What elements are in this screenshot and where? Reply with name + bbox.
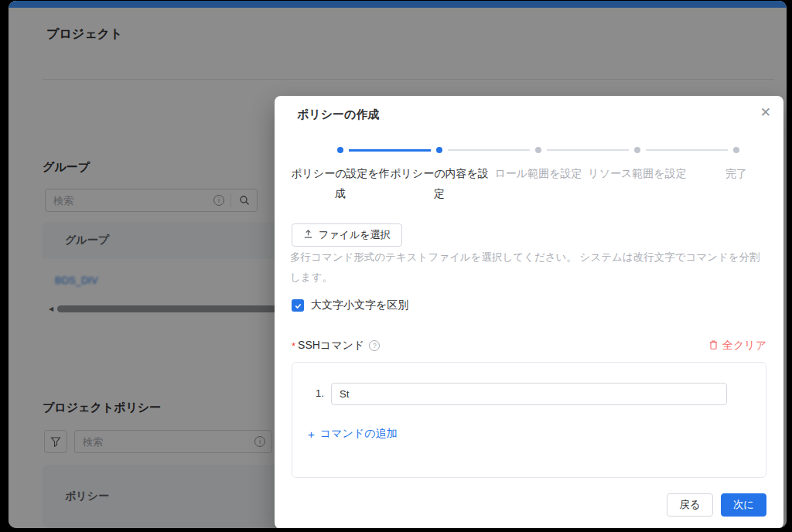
ssh-command-label: SSHコマンド [298,339,364,353]
help-icon: ? [369,340,380,351]
step-dot [436,147,442,153]
back-button[interactable]: 戻る [667,493,712,517]
command-index: 1. [316,387,324,399]
checkbox-checked-icon[interactable] [292,299,304,312]
step-connector [448,149,489,151]
step-label: ポリシーの内容を設定 [390,163,489,203]
modal-footer: 戻る 次に [667,493,766,517]
clear-all-label: 全クリア [722,339,766,353]
trash-icon [708,339,719,353]
add-command-button[interactable]: + コマンドの追加 [308,427,397,441]
add-command-label: コマンドの追加 [320,427,398,441]
step-label: リソース範囲を設定 [588,163,687,183]
step-set-role-scope: ロール範囲を設定 [489,144,588,203]
checkbox-label: 大文字小文字を区別 [311,298,408,312]
select-file-label: ファイルを選択 [319,228,391,242]
step-connector [349,149,390,152]
step-set-resource-scope: リソース範囲を設定 [588,144,687,203]
step-dot [634,147,640,153]
step-label: ロール範囲を設定 [489,163,588,183]
stepper: ポリシーの設定を作成 ポリシーの内容を設定 ロール範囲を設定 リソース範囲を設定… [291,144,786,203]
step-create-policy-settings: ポリシーの設定を作成 [291,144,390,203]
step-label: ポリシーの設定を作成 [291,163,390,203]
case-sensitive-checkbox[interactable]: 大文字小文字を区別 [292,298,408,312]
step-connector [646,149,687,151]
step-connector [390,149,431,152]
step-dot [733,147,739,153]
step-connector [687,149,728,151]
step-connector [547,149,588,151]
upload-icon [303,229,313,241]
plus-icon: + [308,428,315,441]
step-connector [588,149,629,151]
create-policy-modal: ポリシーの作成 ✕ ポリシーの設定を作成 ポリシーの内容を設定 ロール範囲を設定… [275,96,783,528]
step-set-policy-content: ポリシーの内容を設定 [390,144,489,203]
next-button[interactable]: 次に [721,493,766,517]
modal-title: ポリシーの作成 [297,107,379,122]
clear-all-button[interactable]: 全クリア [708,339,766,353]
app-screen: プロジェクト グループ i グループ BDS_DIV ◀ プロジェクトポリシー [9,1,787,528]
required-mark: * [292,340,295,352]
ssh-command-panel: 1. + コマンドの追加 [292,362,766,478]
ssh-command-field-header: * SSHコマンド ? 全クリア [292,339,766,353]
step-label: 完了 [687,163,786,183]
command-input[interactable] [331,383,727,405]
step-complete: 完了 [687,144,786,203]
file-select-hint: 多行コマンド形式のテキストファイルを選択してください。 システムは改行文字でコマ… [290,247,765,288]
step-dot [337,147,343,153]
step-dot [535,147,541,153]
close-icon[interactable]: ✕ [760,106,771,119]
select-file-button[interactable]: ファイルを選択 [292,223,402,247]
step-connector [489,149,530,151]
